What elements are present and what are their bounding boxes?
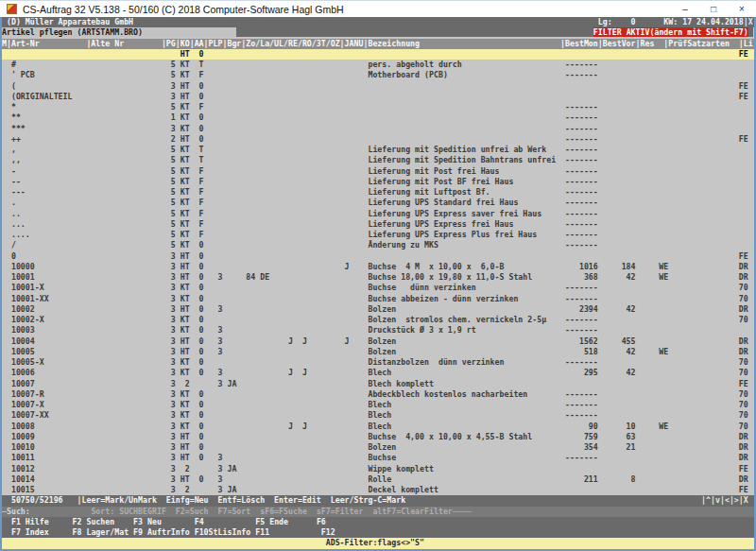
ads-filter-line: ADS-Filter:flags<>"S" (2, 538, 754, 548)
key-hints: |Leer=Mark/UnMark Einfg=Neu Entf=Lösch E… (77, 495, 701, 505)
table-row-10002[interactable]: 10002 3 HT 0 3 Bolzen 2394 42 DR (2, 304, 754, 315)
window-controls: – □ × (671, 1, 756, 18)
table-row---[interactable]: -- 5 KT F Lieferung mit Post BF frei Hau… (2, 177, 754, 187)
window-title: CS-Auftrag 32 V5.138 - 50/160 (C) 2018 C… (23, 4, 671, 15)
table-row-***[interactable]: *** 3 KT 0 ------- (2, 124, 754, 134)
window-titlebar: CS-Auftrag 32 V5.138 - 50/160 (C) 2018 C… (0, 0, 756, 17)
table-row-10002-X[interactable]: 10002-X 3 KT 0 Bolzen stromlos chem. ver… (2, 315, 754, 325)
app-window: CS-Auftrag 32 V5.138 - 50/160 (C) 2018 C… (0, 0, 756, 551)
table-row-10001[interactable]: 10001 3 HT 0 3 84 DE Buchse 18,00 x 19,8… (2, 272, 754, 283)
fkey-F10StLisInfo[interactable]: F10StLisInfo (195, 527, 251, 537)
fkey-F1[interactable]: F1 Hilfe (11, 517, 49, 526)
record-counter: 50750/52196 (2, 495, 77, 505)
table-row-10010[interactable]: 10010 3 HT 0 Bolzen 354 21 DR (2, 442, 754, 453)
table-row-10004[interactable]: 10004 3 HT 0 3 J J J Bolzen 1562 455 DR (2, 336, 754, 347)
fkey-line-1: F1 Hilfe F2 Suchen F3 Neu F4 F5 Ende F6 (2, 517, 754, 527)
table-row-10007[interactable]: 10007 3 2 3 JA Blech komplett FE (2, 379, 754, 389)
table-row-selected[interactable]: HT 0 FE (2, 49, 754, 60)
maximize-button[interactable]: □ (699, 1, 728, 18)
module-line: Artikel pflegen (ARTSTAMM.BRO) FILTER AK… (2, 27, 754, 38)
fkey-F2[interactable]: F2 Suchen (73, 517, 115, 526)
table-row-10007-X[interactable]: 10007-X 3 KT 0 Blech ------- 70 (2, 400, 754, 410)
search-prompt[interactable]: ─Such: (2, 507, 30, 516)
app-icon (7, 4, 17, 14)
table-row-.[interactable]: . 5 KT F Lieferung UPS Standard frei Hau… (2, 198, 754, 208)
table-row-10005[interactable]: 10005 3 HT 0 3 Bolzen 518 42 WE DR (2, 347, 754, 357)
fkey-F5[interactable]: F5 Ende (255, 517, 288, 526)
table-row-10008[interactable]: 10008 3 KT 0 J J Blech 90 10 WE 70 (2, 422, 754, 432)
fkey-F11[interactable]: F11 (255, 527, 269, 537)
table-row-..[interactable]: .. 5 KT F Lieferung UPS Express saver fr… (2, 209, 754, 219)
table-row-10001-X[interactable]: 10001-X 3 KT 0 Buchse dünn verzinken ---… (2, 283, 754, 293)
topbar-line: (D) Müller Apparatebau GmbH Lg: 0 KW: 17… (2, 17, 754, 27)
fkey-F9[interactable]: F9 AuftrInfo (133, 527, 190, 537)
status-line: 50750/52196 |Leer=Mark/UnMark Einfg=Neu … (2, 495, 754, 506)
search-line: ─Such: Sort: SUCHBEGRIF F2=Such F7=Sort … (2, 507, 754, 517)
table-row-0[interactable]: 0 3 HT 0 FE (2, 251, 754, 262)
table-row-10011[interactable]: 10011 3 HT 0 3 Buchse ------- DR (2, 453, 754, 463)
table-row-10014[interactable]: 10014 3 HT 0 3 Rolle 211 8 DR (2, 474, 754, 485)
table-row-...[interactable]: ... 5 KT F Lieferung UPS Express frei Ha… (2, 219, 754, 230)
sort-hints: Sort: SUCHBEGRIF F2=Such F7=Sort sF6=FSu… (30, 507, 753, 516)
filter-active-badge: FILTER AKTIV(ändern mit Shift-F7) (593, 27, 748, 37)
table-row-#[interactable]: # 5 KT T pers. abgeholt durch ------- (2, 60, 754, 70)
table-row-10006[interactable]: 10006 3 KT 0 3 J J Blech 295 42 70 (2, 368, 754, 378)
table-row-....[interactable]: .... 5 KT F Lieferung UPS Express Plus f… (2, 230, 754, 240)
table-row-10007-XX[interactable]: 10007-XX 3 KT 0 Blech ------- 70 (2, 410, 754, 421)
fkey-F8[interactable]: F8 Lager/Mat (73, 527, 129, 537)
table-row-10003[interactable]: 10003 3 KT 0 3 Druckstück Ø 3 x 1,9 rt -… (2, 325, 754, 336)
table-row----[interactable]: --- 5 KT F Lieferung mit Luftpost Bf. --… (2, 187, 754, 198)
module-title: Artikel pflegen (ARTSTAMM.BRO) (2, 27, 236, 37)
table-row--[interactable]: - 5 KT F Lieferung mit Post frei Haus --… (2, 166, 754, 177)
table-header: M|Art-Nr |Alte Nr |PG|KO|AA|PLP|Bgr|Zo/L… (2, 39, 754, 49)
table-row-10015[interactable]: 10015 3 2 3 JA Deckel komplett FE (2, 485, 754, 495)
table-row-([interactable]: ( 3 HT 0 FE (2, 81, 754, 92)
scroll-arrows[interactable]: |^|v|<|>|X (701, 495, 748, 505)
fkey-line-2: F7 Index F8 Lager/Mat F9 AuftrInfo F10St… (2, 527, 754, 538)
subbar-gap (236, 27, 593, 37)
terminal-screen: (D) Müller Apparatebau GmbH Lg: 0 KW: 17… (0, 17, 756, 551)
table-row-10007-R[interactable]: 10007-R 3 KT 0 Abdeckblech kostenlos nac… (2, 389, 754, 400)
table-row-**[interactable]: ** 1 KT 0 ------- (2, 112, 754, 123)
table-row-10009[interactable]: 10009 3 HT 0 Buchse 4,00 x 10,00 x 4,55-… (2, 432, 754, 442)
minimize-button[interactable]: – (671, 1, 699, 18)
table-row-*[interactable]: * 5 KT F ------- (2, 102, 754, 112)
table-row-++[interactable]: ++ 2 HT 0 ------- FE (2, 134, 754, 145)
table-row-/[interactable]: / 5 KT 0 Änderung zu MKS ------- (2, 240, 754, 250)
table-row-,,[interactable]: ,, 5 KT T Lieferung mit Spedition Bahntr… (2, 155, 754, 165)
table-row-' PCB[interactable]: ' PCB 5 KT F Motherboard (PCB) ------- (2, 70, 754, 80)
fkey-F6[interactable]: F6 (317, 517, 326, 526)
table-row-10005-X[interactable]: 10005-X 3 KT 0 Distanzbolzen dünn verzin… (2, 357, 754, 368)
fkey-F12[interactable]: F12 (321, 527, 335, 537)
table-row-10000[interactable]: 10000 3 HT 0 J Buchse 4 M x 10,00 x 6,0-… (2, 262, 754, 272)
table-row-10012[interactable]: 10012 3 2 3 JA Wippe komplett FE (2, 464, 754, 474)
fkey-F3[interactable]: F3 Neu (133, 517, 162, 526)
close-button[interactable]: × (728, 1, 756, 18)
table-row-,[interactable]: , 5 KT T Lieferung mit Spedition unfrei … (2, 145, 754, 155)
session-close-button[interactable]: X (748, 17, 753, 26)
table-row-10001-XX[interactable]: 10001-XX 3 KT 0 Buchse abbeizen - dünn v… (2, 294, 754, 304)
fkey-F4[interactable]: F4 (195, 517, 204, 526)
table-row-(ORIGINALTEIL[interactable]: (ORIGINALTEIL 3 HT 0 FE (2, 92, 754, 102)
fkey-F7[interactable]: F7 Index (11, 527, 49, 537)
